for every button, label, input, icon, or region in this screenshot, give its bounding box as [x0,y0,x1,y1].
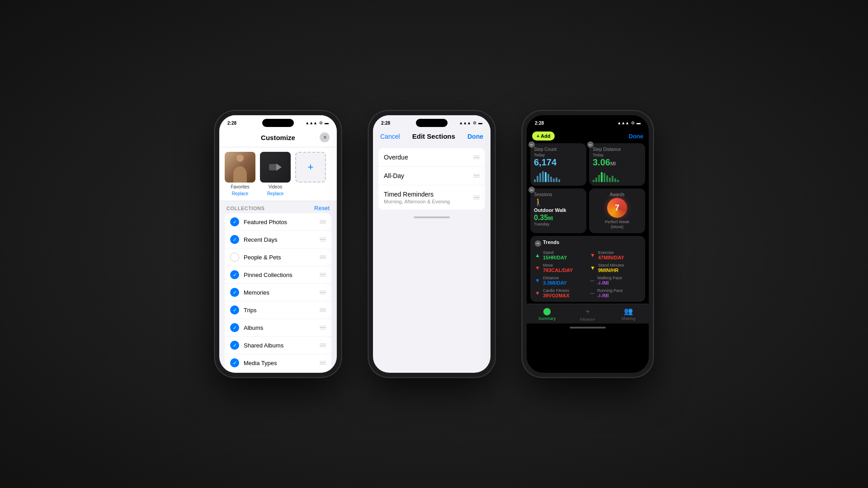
status-icons-3: ▲▲▲ ⊙ ▬ [617,121,641,125]
cancel-button[interactable]: Cancel [380,133,400,140]
favorites-replace[interactable]: Replace [232,191,249,196]
trend-label-running-pace: Running Pace [597,288,623,293]
drag-handle-timed[interactable] [473,196,480,200]
fitness-done-button[interactable]: Done [629,133,644,140]
list-item[interactable]: ✓ Utilities [225,372,331,373]
list-item[interactable]: ✓ Recent Days [225,231,331,249]
step-count-sub: Today [534,153,583,157]
checkbox-featured-photos[interactable]: ✓ [230,217,239,226]
drag-handle[interactable] [320,326,326,330]
tab-sharing-label: Sharing [621,316,635,321]
favorites-label: Favorites [231,184,249,189]
checkbox-trips[interactable]: ✓ [230,305,239,314]
list-item[interactable]: ✓ Trips [225,301,331,319]
edit-sections-title: Edit Sections [412,132,455,140]
home-indicator-3 [527,324,649,332]
list-item-overdue[interactable]: Overdue [378,148,485,167]
list-item[interactable]: ✓ Pinned Collections [225,266,331,284]
album-favorites: Favorites Replace [225,152,255,196]
award-number: 7 [615,203,619,213]
step-distance-sub: Today [593,153,642,157]
drag-handle-overdue[interactable] [473,155,480,160]
remove-step-distance[interactable]: − [587,141,594,148]
trend-distance: ▼ Distance 3.3MI/DAY [535,276,585,286]
list-item[interactable]: ✓ Media Types [225,354,331,372]
list-item[interactable]: People & Pets [225,249,331,266]
trend-arrow-move: ▼ [535,265,540,271]
list-item-timed[interactable]: Timed Reminders Morning, Afternoon & Eve… [378,185,485,210]
timed-subtitle: Morning, Afternoon & Evening [384,199,469,204]
awards-label: Awards [609,192,624,197]
checkbox-pinned[interactable]: ✓ [230,270,239,279]
remove-step-count[interactable]: − [528,141,535,148]
tab-fitness-plus[interactable]: ＋ Fitness+ [567,307,608,322]
list-item[interactable]: ✓ Shared Albums [225,337,331,354]
checkbox-media-types[interactable]: ✓ [230,358,239,367]
list-item[interactable]: ✓ Albums [225,319,331,337]
drag-handle[interactable] [320,220,326,224]
drag-handle[interactable] [320,273,326,277]
close-button[interactable]: ✕ [320,132,330,142]
drag-handle-allday[interactable] [473,174,480,178]
list-item[interactable]: ✓ Memories [225,284,331,301]
trend-value-stand: 15HR/DAY [543,255,567,260]
summary-icon: ⬤ [543,307,551,315]
collections-header: COLLECTIONS Reset [219,201,337,213]
checkbox-albums[interactable]: ✓ [230,323,239,332]
checkbox-people-pets[interactable] [230,253,239,262]
status-icons-1: ▲▲▲ ⊙ ▬ [305,121,329,125]
collections-label: COLLECTIONS [226,206,264,211]
drag-handle[interactable] [320,343,326,347]
remove-trends[interactable]: − [535,240,541,247]
trend-label-distance: Distance [543,276,567,280]
tab-summary-label: Summary [538,316,556,321]
trend-arrow-cardio: ▼ [535,290,540,296]
remove-sessions[interactable]: − [528,187,535,193]
trend-value-exercise: 47MIN/DAY [598,255,624,260]
add-button[interactable]: + Add [532,131,555,141]
trend-walking-pace: — Walking Pace -/-/MI [590,276,641,286]
drag-handle[interactable] [320,291,326,295]
checkbox-recent-days[interactable]: ✓ [230,235,239,244]
overdue-title: Overdue [384,154,469,161]
tab-sharing[interactable]: 👥 Sharing [608,307,649,322]
sessions-value: 0.35 [534,214,548,221]
drag-handle[interactable] [320,255,326,259]
trend-value-stand-minutes: 9MIN/HR [598,267,624,273]
list-item[interactable]: ✓ Featured Photos [225,213,331,231]
item-people-pets: People & Pets [244,254,315,261]
trend-label-walking-pace: Walking Pace [597,276,622,280]
add-album-thumbnail: + [295,152,326,183]
item-recent-days: Recent Days [244,236,315,243]
edit-sections-header: Cancel Edit Sections Done [373,128,491,145]
sessions-day: Tuesday [534,222,583,226]
trend-arrow-stand: ▲ [535,252,540,258]
trend-value-walking-pace: -/-/MI [597,280,622,286]
dynamic-island-1 [262,119,294,127]
favorites-thumbnail [225,152,255,183]
trend-running-pace: — Running Pace -/-/MI [590,288,641,298]
battery-icon-2: ▬ [478,121,482,125]
battery-icon-3: ▬ [637,121,641,125]
trend-move: ▼ Move 783CAL/DAY [535,263,585,273]
trend-label-move: Move [543,263,573,267]
trend-arrow-stand-minutes: ▼ [590,265,595,271]
drag-handle[interactable] [320,361,326,365]
sessions-label: Sessions [534,192,583,197]
item-featured-photos: Featured Photos [244,219,315,225]
tab-summary[interactable]: ⬤ Summary [527,307,567,322]
checkbox-memories[interactable]: ✓ [230,288,239,297]
wifi-icon-3: ⊙ [631,121,635,125]
allday-info: All-Day [384,172,469,179]
reset-button[interactable]: Reset [314,205,330,211]
list-item-allday[interactable]: All-Day [378,167,485,185]
album-add[interactable]: + [295,152,326,196]
drag-handle[interactable] [320,238,326,242]
timed-info: Timed Reminders Morning, Afternoon & Eve… [384,191,469,204]
album-row: Favorites Replace Videos Replace [219,147,337,201]
drag-handle[interactable] [320,308,326,312]
checkbox-shared-albums[interactable]: ✓ [230,341,239,350]
videos-replace[interactable]: Replace [267,191,284,196]
fitness-topbar: + Add Done [530,130,645,141]
done-button[interactable]: Done [467,133,483,140]
